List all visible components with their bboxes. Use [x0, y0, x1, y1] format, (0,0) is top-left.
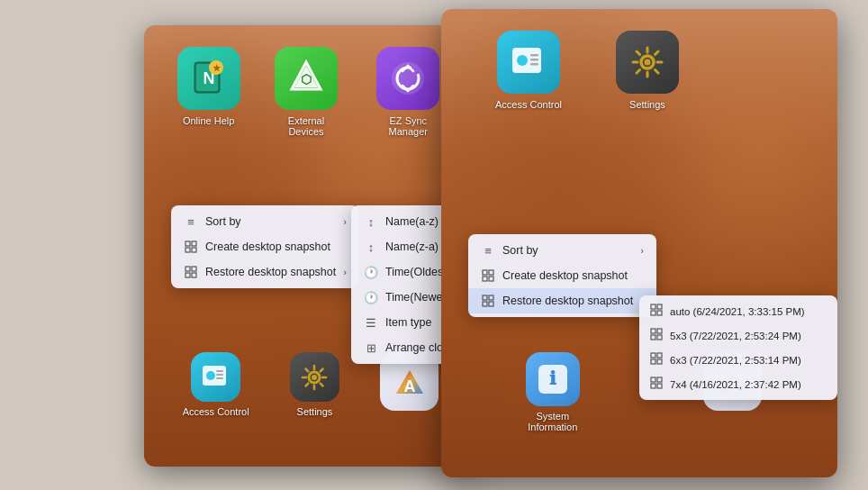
settings-left-label: Settings [297, 406, 333, 417]
icon-access-control-left [191, 352, 240, 402]
svg-rect-45 [651, 329, 656, 333]
svg-rect-48 [657, 335, 662, 340]
window-right: Access Control Settings [441, 9, 837, 477]
access-control-svg [200, 361, 232, 394]
snapshot-item-7x4[interactable]: 7x4 (4/16/2021, 2:37:42 PM) [639, 372, 837, 396]
access-control-left-label: Access Control [183, 406, 249, 417]
app-icon-system-info[interactable]: ℹ System Information [517, 352, 589, 432]
svg-rect-38 [489, 295, 493, 300]
svg-rect-40 [489, 302, 493, 306]
svg-rect-36 [489, 277, 493, 281]
svg-rect-13 [192, 248, 196, 252]
svg-point-27 [517, 55, 528, 66]
settings-right-svg [628, 42, 667, 82]
ez-sync-label: EZ Sync Manager [372, 115, 444, 137]
system-info-svg: ℹ [535, 361, 571, 397]
svg-rect-37 [483, 295, 487, 300]
screenshot-container: N ★ Online Help ⬡ [0, 0, 868, 490]
svg-rect-50 [657, 353, 662, 358]
online-help-svg: N ★ [189, 59, 229, 98]
svg-rect-15 [192, 267, 196, 271]
svg-rect-20 [216, 370, 223, 372]
app-icon-settings-left[interactable]: Settings [290, 352, 339, 417]
snapshot-auto-icon [650, 304, 663, 319]
svg-rect-42 [657, 304, 662, 309]
svg-rect-22 [216, 377, 223, 379]
access-control-right-label: Access Control [495, 99, 562, 110]
snapshot-5x3-icon [650, 328, 663, 343]
svg-rect-30 [530, 63, 538, 66]
svg-text:⬡: ⬡ [301, 72, 312, 86]
svg-rect-35 [483, 277, 487, 281]
svg-rect-12 [185, 248, 190, 252]
svg-rect-41 [651, 304, 656, 309]
app-a-svg: A [387, 359, 432, 404]
right-restore-icon [481, 294, 495, 308]
icon-ez-sync [376, 47, 439, 110]
icon-access-control-right [497, 31, 560, 94]
svg-rect-43 [651, 311, 656, 315]
item-type-icon: ☰ [364, 315, 378, 330]
left-sort-menu: ≡ Sort by › Create desktop snapshot Rest… [171, 205, 359, 288]
svg-rect-53 [651, 377, 656, 382]
sort-icon: ≡ [184, 214, 198, 229]
right-restore-submenu: auto (6/24/2021, 3:33:15 PM) 5x3 (7/22/2… [639, 295, 837, 400]
svg-rect-52 [657, 359, 662, 364]
app-icon-access-control-left[interactable]: Access Control [183, 352, 249, 417]
icon-online-help: N ★ [177, 47, 240, 110]
window-left: N ★ Online Help ⬡ [144, 25, 477, 467]
arrange-icon: ⊞ [364, 340, 378, 355]
left-menu-restore-snapshot[interactable]: Restore desktop snapshot › [171, 259, 359, 285]
online-help-label: Online Help [183, 115, 234, 126]
svg-rect-21 [216, 374, 223, 376]
snapshot-6x3-icon [650, 352, 663, 368]
left-top-icons-row: N ★ Online Help ⬡ [144, 47, 477, 137]
access-control-right-svg [509, 42, 548, 82]
sort-az-icon: ↕ [364, 214, 378, 229]
external-devices-svg: ⬡ [286, 59, 326, 98]
right-menu-sort-by[interactable]: ≡ Sort by › [468, 238, 656, 263]
right-sort-arrow: › [640, 245, 644, 256]
external-devices-label: External Devices [270, 115, 342, 137]
icon-external-devices: ⬡ [275, 47, 338, 110]
svg-rect-54 [657, 377, 662, 382]
ez-sync-svg [388, 59, 428, 98]
sort-za-icon: ↕ [364, 240, 378, 254]
app-icon-online-help[interactable]: N ★ Online Help [177, 47, 240, 137]
svg-rect-29 [530, 59, 538, 61]
right-menu-create-snapshot[interactable]: Create desktop snapshot [468, 263, 656, 288]
snapshot-icon [184, 240, 198, 254]
svg-rect-33 [483, 270, 487, 275]
right-snapshot-icon [481, 268, 495, 283]
restore-icon [184, 265, 198, 279]
icon-settings-left [290, 352, 339, 402]
app-icon-settings-right[interactable]: Settings [616, 31, 679, 110]
svg-rect-34 [489, 270, 493, 275]
arrow-icon: › [343, 216, 347, 227]
svg-text:A: A [403, 377, 415, 395]
app-icon-ez-sync[interactable]: EZ Sync Manager [372, 47, 444, 137]
right-menu-restore-snapshot[interactable]: Restore desktop snapshot › [468, 288, 656, 313]
settings-svg [298, 361, 330, 394]
app-icon-external-devices[interactable]: ⬡ External Devices [270, 47, 342, 137]
svg-text:ℹ: ℹ [549, 368, 556, 388]
svg-rect-47 [651, 335, 656, 340]
svg-rect-17 [192, 273, 196, 277]
svg-rect-46 [657, 329, 662, 333]
svg-point-24 [312, 375, 317, 380]
settings-right-label: Settings [629, 99, 665, 110]
snapshot-item-5x3[interactable]: 5x3 (7/22/2021, 2:53:24 PM) [639, 323, 837, 348]
app-icon-access-control-right[interactable]: Access Control [495, 31, 562, 110]
snapshot-item-auto[interactable]: auto (6/24/2021, 3:33:15 PM) [639, 299, 837, 323]
right-sort-menu: ≡ Sort by › Create desktop snapshot Rest… [468, 234, 656, 317]
system-info-label: System Information [517, 411, 589, 432]
svg-point-32 [644, 59, 650, 66]
snapshot-item-6x3[interactable]: 6x3 (7/22/2021, 2:53:14 PM) [639, 348, 837, 372]
svg-rect-55 [651, 384, 656, 388]
icon-settings-right [616, 31, 679, 94]
right-top-icons-row: Access Control Settings [441, 31, 837, 110]
left-menu-create-snapshot[interactable]: Create desktop snapshot [171, 234, 359, 259]
left-menu-sort-by[interactable]: ≡ Sort by › [171, 209, 359, 234]
svg-rect-39 [483, 302, 487, 306]
svg-rect-28 [530, 54, 538, 57]
